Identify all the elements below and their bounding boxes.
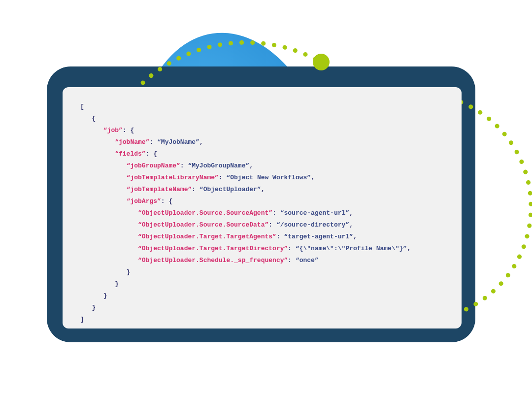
decorative-green-dot [313,54,330,70]
code-snippet: [ { “job”: { “jobName”: “MyJobName”, “fi… [80,101,448,326]
code-snippet-card: [ { “job”: { “jobName”: “MyJobName”, “fi… [63,87,462,328]
